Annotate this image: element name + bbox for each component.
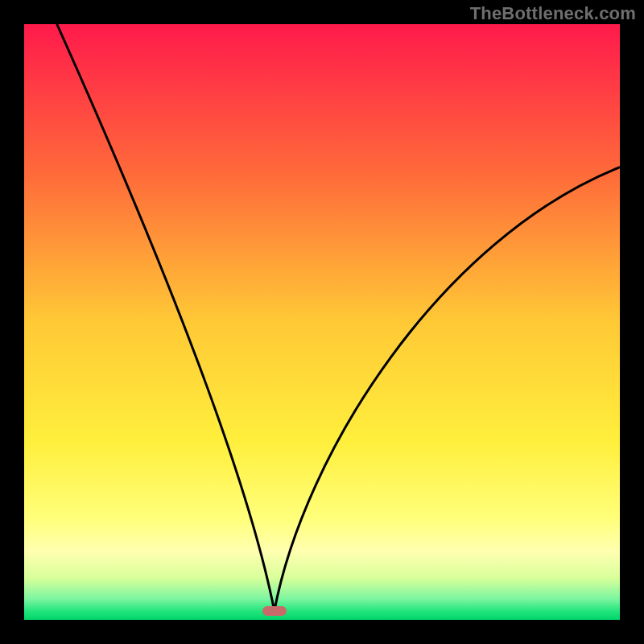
plot-area <box>24 24 620 620</box>
bottleneck-curve <box>24 24 620 620</box>
outer-frame: TheBottleneck.com <box>0 0 644 644</box>
optimum-marker <box>262 606 287 616</box>
watermark-text: TheBottleneck.com <box>470 3 636 24</box>
